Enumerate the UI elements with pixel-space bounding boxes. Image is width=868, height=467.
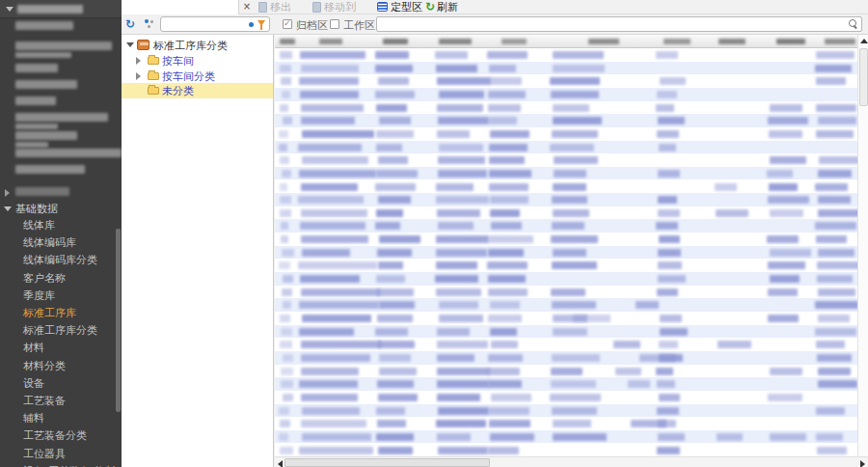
sidebar-item-13[interactable]: 工艺装备分类 — [0, 427, 122, 443]
tree-node-1[interactable]: 按车间 — [122, 53, 274, 69]
tab-close-icon[interactable]: × — [241, 0, 253, 14]
redacted-sidebar-item[interactable] — [15, 142, 48, 148]
refresh-button[interactable]: ↻刷新 — [425, 0, 458, 14]
move-out-button[interactable]: 移出 — [258, 0, 291, 14]
fixed-area-button[interactable]: 定型区 — [377, 0, 422, 14]
sidebar-item-15[interactable]: 设备(工艺装备)资料 — [0, 463, 122, 467]
sidebar-item-3[interactable]: 线体编码库分类 — [0, 252, 122, 267]
redacted-column-header[interactable] — [502, 39, 527, 44]
work-area-checkbox[interactable] — [330, 19, 339, 29]
table-row[interactable] — [275, 312, 857, 325]
tree-node-2[interactable]: 按车间分类 — [122, 69, 274, 84]
table-row[interactable] — [275, 298, 857, 312]
table-row[interactable] — [275, 233, 857, 246]
redacted-column-header[interactable] — [588, 39, 619, 44]
redacted-column-header[interactable] — [383, 39, 408, 44]
match-dot-icon[interactable] — [249, 22, 254, 27]
table-row[interactable] — [275, 141, 857, 154]
sidebar-item-4[interactable]: 客户名称 — [0, 270, 122, 286]
collapse-arrow-icon[interactable] — [6, 7, 14, 12]
redacted-sidebar-item[interactable] — [15, 21, 73, 30]
sidebar-item-11[interactable]: 工艺装备 — [0, 393, 122, 408]
tree-node-3[interactable]: 未分类 — [122, 83, 274, 98]
redacted-column-header[interactable] — [439, 39, 472, 44]
redacted-sidebar-item[interactable] — [15, 149, 122, 157]
table-row[interactable] — [275, 167, 857, 180]
table-row[interactable] — [275, 325, 857, 339]
sidebar-item-14[interactable]: 工位器具 — [0, 446, 122, 461]
sidebar-item-12[interactable]: 辅料 — [0, 410, 122, 426]
tree-expand-icon[interactable] — [136, 72, 141, 80]
table-row[interactable] — [275, 101, 857, 115]
table-row[interactable] — [275, 391, 857, 404]
tree-search-input[interactable] — [164, 18, 245, 30]
table-row[interactable] — [275, 193, 857, 206]
vertical-scrollbar[interactable] — [857, 35, 868, 456]
redacted-sidebar-item[interactable] — [15, 113, 108, 122]
main-filter-input[interactable] — [381, 18, 842, 30]
sidebar-item-6[interactable]: 标准工序库 — [0, 305, 122, 320]
table-row[interactable] — [275, 430, 857, 444]
table-row[interactable] — [275, 365, 857, 378]
table-row[interactable] — [275, 286, 857, 299]
table-row[interactable] — [275, 114, 857, 127]
sidebar-item-10[interactable]: 设备 — [0, 375, 122, 391]
sidebar-item-7[interactable]: 标准工序库分类 — [0, 322, 122, 338]
scroll-up-icon[interactable] — [860, 39, 868, 43]
table-row[interactable] — [275, 219, 857, 233]
table-row[interactable] — [275, 444, 857, 457]
grid-header-row[interactable] — [275, 35, 857, 48]
table-row[interactable] — [275, 404, 857, 418]
redacted-column-header[interactable] — [319, 39, 342, 44]
table-row[interactable] — [275, 62, 857, 75]
sidebar-item-5[interactable]: 季度库 — [0, 288, 122, 303]
redacted-sidebar-item[interactable] — [15, 96, 56, 105]
vertical-scroll-thumb[interactable] — [859, 48, 868, 106]
sidebar-item-9[interactable]: 材料分类 — [0, 358, 122, 373]
sidebar-header[interactable] — [0, 0, 122, 18]
sidebar-group-collapsed[interactable] — [0, 185, 122, 201]
sidebar-item-1[interactable]: 线体库 — [0, 217, 122, 233]
table-row[interactable] — [275, 88, 857, 101]
redacted-column-header[interactable] — [664, 39, 691, 44]
table-row[interactable] — [275, 259, 857, 272]
redacted-sidebar-item[interactable] — [15, 131, 77, 140]
table-row[interactable] — [275, 246, 857, 260]
sidebar-item-8[interactable]: 材料 — [0, 340, 122, 355]
redacted-sidebar-item[interactable] — [15, 41, 112, 50]
sidebar-scrollbar-thumb[interactable] — [116, 229, 121, 412]
table-row[interactable] — [275, 48, 857, 62]
redacted-sidebar-item[interactable] — [15, 80, 77, 89]
table-row[interactable] — [275, 180, 857, 194]
table-row[interactable] — [275, 74, 857, 88]
active-tab[interactable] — [122, 0, 239, 14]
table-row[interactable] — [275, 206, 857, 220]
table-row[interactable] — [275, 153, 857, 167]
table-row[interactable] — [275, 377, 857, 391]
search-icon[interactable] — [849, 19, 858, 29]
tree-refresh-icon[interactable]: ↻ — [125, 17, 139, 31]
redacted-column-header[interactable] — [719, 39, 746, 44]
horizontal-scrollbar[interactable] — [275, 456, 868, 467]
table-row[interactable] — [275, 417, 857, 430]
move-to-button[interactable]: 移动到 — [312, 0, 356, 14]
scroll-left-icon[interactable] — [278, 460, 283, 467]
tree-root-node[interactable]: 标准工序库分类 — [122, 38, 274, 53]
table-row[interactable] — [275, 127, 857, 141]
table-row[interactable] — [275, 272, 857, 286]
sidebar-group-basic-data[interactable]: 基础数据 — [0, 201, 122, 216]
table-row[interactable] — [275, 338, 857, 351]
tree-expand-icon[interactable] — [136, 57, 141, 65]
redacted-sidebar-item[interactable] — [15, 124, 58, 129]
redacted-sidebar-item[interactable] — [15, 64, 58, 72]
tree-locate-icon[interactable] — [145, 19, 156, 29]
redacted-column-header[interactable] — [825, 39, 855, 44]
tree-collapse-icon[interactable] — [126, 42, 134, 47]
redacted-sidebar-item[interactable] — [15, 52, 71, 58]
archive-area-checkbox[interactable] — [283, 19, 292, 29]
scroll-right-icon[interactable] — [860, 460, 865, 467]
redacted-sidebar-item[interactable] — [15, 165, 85, 174]
horizontal-scroll-thumb[interactable] — [285, 458, 490, 467]
redacted-column-header[interactable] — [776, 39, 805, 44]
filter-funnel-icon[interactable] — [258, 20, 265, 26]
